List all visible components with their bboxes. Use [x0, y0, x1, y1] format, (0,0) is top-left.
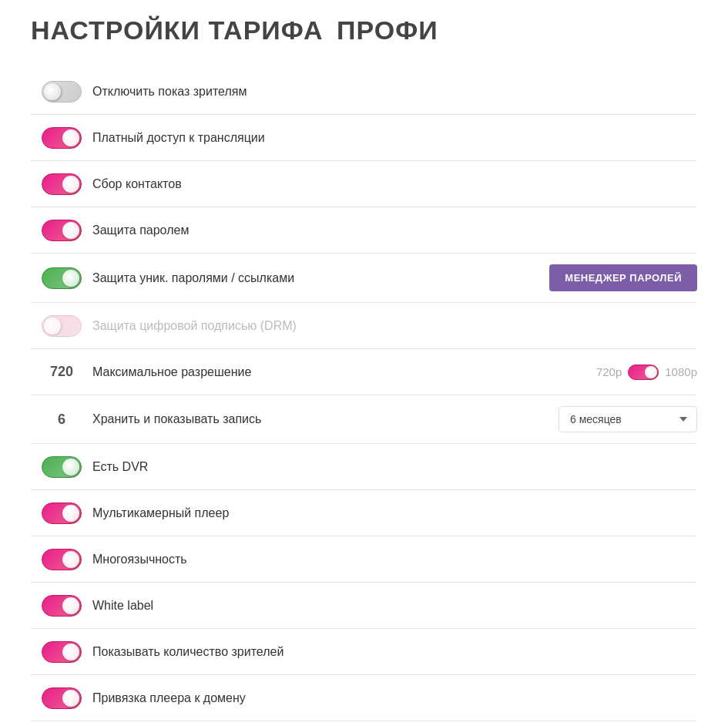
toggle-switch[interactable] — [42, 641, 82, 663]
setting-row: 720Максимальное разрешение720р1080р — [31, 349, 697, 395]
setting-label: Максимальное разрешение — [92, 365, 581, 379]
setting-icon-area — [31, 502, 92, 524]
setting-icon-area — [31, 315, 92, 337]
setting-row: 6Хранить и показывать запись1 месяц3 мес… — [31, 395, 697, 444]
setting-row: Защита паролем — [31, 207, 697, 254]
setting-label: Защита паролем — [92, 224, 697, 237]
setting-label: Мультикамерный плеер — [92, 506, 697, 520]
setting-row: Защита цифровой подписью (DRM) — [31, 303, 697, 349]
resolution-720-label: 720р — [596, 365, 622, 378]
setting-icon-area — [31, 267, 92, 289]
setting-icon-area — [31, 641, 92, 663]
setting-icon-area — [31, 81, 92, 103]
setting-icon-area: 720 — [31, 364, 92, 380]
setting-label: Хранить и показывать запись — [92, 412, 543, 426]
setting-label: Привязка плеера к домену — [92, 691, 697, 705]
page-title-bold: ПРОФИ — [337, 15, 438, 45]
setting-label: Платный доступ к трансляции — [92, 131, 697, 145]
setting-row: Отключить показ зрителям — [31, 69, 697, 115]
setting-row: Есть DVR — [31, 444, 697, 490]
setting-row: Чат / комментарииЧат открытЧат закрытТол… — [31, 721, 697, 726]
setting-extra: МЕНЕДЖЕР ПАРОЛЕЙ — [534, 264, 697, 291]
setting-label: Есть DVR — [92, 460, 697, 474]
setting-extra: 720р1080р — [581, 365, 697, 380]
resolution-toggle: 720р1080р — [596, 365, 697, 380]
toggle-switch[interactable] — [42, 127, 82, 149]
toggle-switch[interactable] — [42, 173, 82, 195]
manager-passwords-button[interactable]: МЕНЕДЖЕР ПАРОЛЕЙ — [549, 264, 697, 291]
toggle-switch[interactable] — [42, 502, 82, 524]
setting-row: Мультикамерный плеер — [31, 490, 697, 536]
setting-icon-area — [31, 127, 92, 149]
setting-label: Многоязычность — [92, 553, 697, 566]
setting-row: Привязка плеера к домену — [31, 675, 697, 721]
setting-label: Защита уник. паролями / ссылками — [92, 271, 534, 285]
setting-icon-area — [31, 456, 92, 478]
resolution-1080-label: 1080р — [665, 365, 697, 378]
setting-icon-area — [31, 220, 92, 241]
setting-label: Сбор контактов — [92, 177, 697, 191]
page-title: Настройки тарифа ПРОФИ — [31, 15, 697, 45]
number-badge: 6 — [42, 412, 81, 428]
setting-label: Отключить показ зрителям — [92, 85, 697, 99]
settings-list: Отключить показ зрителямПлатный доступ к… — [31, 69, 697, 726]
setting-icon-area: 6 — [31, 412, 92, 428]
resolution-slider[interactable] — [628, 365, 659, 380]
setting-row: Защита уник. паролями / ссылкамиМЕНЕДЖЕР… — [31, 254, 697, 303]
toggle-switch[interactable] — [42, 595, 82, 617]
toggle-switch[interactable] — [42, 687, 82, 709]
setting-row: Многоязычность — [31, 536, 697, 583]
setting-icon-area — [31, 687, 92, 709]
toggle-switch — [42, 315, 82, 337]
setting-icon-area — [31, 173, 92, 195]
setting-row: Показывать количество зрителей — [31, 629, 697, 675]
setting-label: Защита цифровой подписью (DRM) — [92, 319, 697, 333]
setting-extra: 1 месяц3 месяца6 месяцев12 месяцев — [543, 406, 697, 432]
setting-row: Платный доступ к трансляции — [31, 115, 697, 161]
months-dropdown[interactable]: 1 месяц3 месяца6 месяцев12 месяцев — [559, 406, 697, 432]
page-title-prefix: Настройки тарифа — [31, 15, 324, 45]
setting-icon-area — [31, 595, 92, 617]
toggle-switch[interactable] — [42, 549, 82, 570]
toggle-switch[interactable] — [42, 220, 82, 241]
toggle-switch[interactable] — [42, 456, 82, 478]
setting-label: Показывать количество зрителей — [92, 645, 697, 659]
toggle-switch[interactable] — [42, 81, 82, 103]
setting-row: Сбор контактов — [31, 161, 697, 207]
setting-label: White label — [92, 599, 697, 613]
setting-icon-area — [31, 549, 92, 570]
toggle-switch[interactable] — [42, 267, 82, 289]
setting-row: White label — [31, 583, 697, 629]
number-badge: 720 — [42, 364, 81, 380]
